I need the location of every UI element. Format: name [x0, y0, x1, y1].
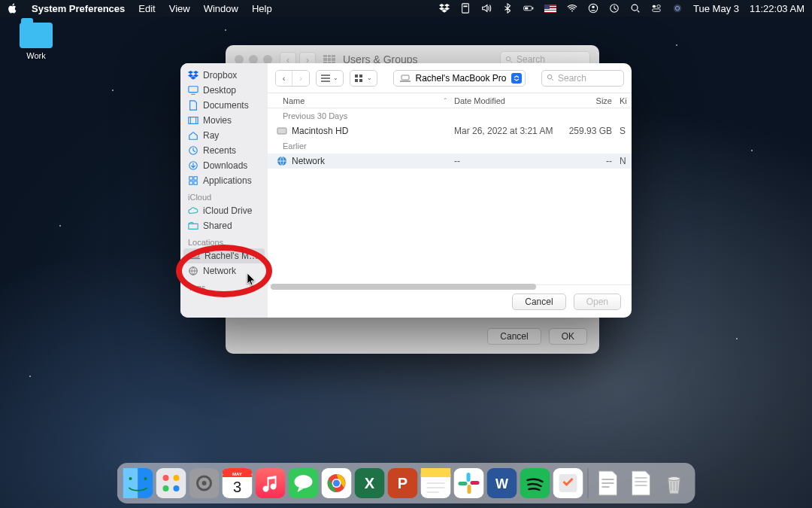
timemachine-menubar-icon[interactable] [609, 3, 620, 14]
user-menubar-icon[interactable] [588, 3, 598, 14]
sidebar-fav-dropbox[interactable]: Dropbox [180, 68, 268, 83]
dock-app-settings[interactable] [189, 468, 220, 498]
svg-text:P: P [398, 475, 408, 491]
svg-rect-23 [194, 181, 197, 184]
column-headers[interactable]: Name⌃ Date Modified Size Ki [268, 93, 632, 108]
sidebar-item-label: Rachel's M… [205, 251, 258, 261]
svg-rect-75 [602, 486, 610, 488]
menu-help[interactable]: Help [252, 3, 272, 14]
svg-rect-32 [277, 128, 286, 134]
volume-menubar-icon[interactable] [481, 3, 492, 14]
input-source-flag-icon[interactable] [544, 5, 556, 13]
globe-icon [188, 266, 198, 276]
svg-point-79 [668, 477, 680, 481]
dock-app-launchpad[interactable] [156, 468, 186, 498]
svg-point-7 [592, 6, 595, 9]
sidebar-item-label: Recents [203, 145, 236, 156]
picker-open-button[interactable]: Open [574, 294, 621, 310]
svg-rect-1 [463, 6, 467, 8]
file-picker-search[interactable]: Search [541, 70, 624, 87]
dock-app-finder[interactable] [123, 468, 153, 498]
dock-app-todoist[interactable] [553, 468, 583, 498]
file-size: -- [567, 156, 620, 166]
sidebar-fav-applications[interactable]: Applications [180, 173, 268, 188]
col-kind: Ki [620, 96, 632, 105]
svg-rect-64 [467, 473, 471, 482]
dropbox-icon [188, 70, 198, 81]
dock-app-trash[interactable] [659, 468, 689, 498]
file-name: Network [292, 156, 325, 166]
desktop-folder-work[interactable]: Work [14, 23, 59, 60]
dock-app-textedit[interactable] [626, 468, 656, 498]
dock-app-music[interactable] [256, 468, 286, 498]
dock-app-notes[interactable] [421, 468, 451, 498]
file-row[interactable]: Macintosh HDMar 26, 2022 at 3:21 AM259.9… [268, 123, 632, 138]
keychain-menubar-icon[interactable] [460, 3, 471, 14]
sidebar-loc-rachel-s-m-[interactable]: Rachel's M… [183, 248, 265, 263]
dock-app-slack[interactable] [454, 468, 484, 498]
dropbox-menubar-icon[interactable] [439, 3, 450, 14]
nav-forward-button[interactable]: › [292, 71, 309, 86]
dock-app-messages[interactable] [289, 468, 319, 498]
menu-edit[interactable]: Edit [138, 3, 155, 14]
app-name[interactable]: System Preferences [32, 3, 125, 14]
sidebar-icloud-shared[interactable]: Shared [180, 218, 268, 233]
horizontal-scrollbar[interactable] [271, 284, 579, 290]
shared-icon [188, 221, 198, 231]
dock-app-spotify[interactable] [520, 468, 550, 498]
menu-view[interactable]: View [169, 3, 190, 14]
file-group-header: Previous 30 Days [268, 108, 632, 123]
dock-app-calendar[interactable]: MAY3 [223, 468, 253, 498]
svg-rect-37 [156, 468, 186, 498]
syspref-ok-button[interactable]: OK [549, 328, 587, 345]
bluetooth-menubar-icon[interactable] [502, 3, 513, 14]
dock-app-excel[interactable]: X [355, 468, 385, 498]
svg-rect-74 [602, 482, 614, 484]
svg-rect-65 [459, 482, 468, 485]
view-list-button[interactable]: ⌄ [316, 70, 344, 87]
menubar-time[interactable]: 11:22:03 AM [750, 3, 804, 14]
sidebar-fav-documents[interactable]: Documents [180, 98, 268, 113]
sidebar-item-label: Network [203, 266, 236, 276]
sidebar-fav-recents[interactable]: Recents [180, 143, 268, 158]
sidebar-fav-ray[interactable]: Ray [180, 128, 268, 143]
wifi-menubar-icon[interactable] [567, 3, 577, 14]
location-popup[interactable]: Rachel's MacBook Pro [393, 70, 525, 87]
dock-app-pages-doc[interactable] [593, 468, 623, 498]
dock-app-powerpoint[interactable]: P [388, 468, 418, 498]
dock-app-word[interactable]: W [487, 468, 517, 498]
sidebar-fav-downloads[interactable]: Downloads [180, 158, 268, 173]
svg-rect-16 [189, 87, 198, 93]
sidebar-icloud-icloud-drive[interactable]: iCloud Drive [180, 203, 268, 218]
control-center-menubar-icon[interactable] [651, 3, 662, 14]
file-group-header: Earlier [268, 138, 632, 154]
svg-point-31 [547, 75, 552, 79]
spotlight-menubar-icon[interactable] [630, 3, 641, 14]
menu-window[interactable]: Window [204, 3, 238, 14]
file-size: 259.93 GB [567, 126, 620, 136]
sidebar-item-label: iCloud Drive [203, 205, 252, 216]
clock-icon [188, 145, 198, 156]
apple-menu-icon[interactable] [8, 3, 18, 14]
svg-point-9 [632, 5, 638, 11]
search-placeholder: Search [558, 73, 586, 84]
location-chevrons-icon [511, 73, 522, 84]
svg-point-52 [295, 475, 313, 488]
siri-menubar-icon[interactable] [672, 3, 683, 14]
dock: MAY3XPW [117, 463, 695, 503]
svg-rect-0 [462, 4, 469, 13]
view-grid-button[interactable]: ⌄ [350, 70, 377, 87]
sidebar-fav-desktop[interactable]: Desktop [180, 83, 268, 98]
nav-back-button[interactable]: ‹ [276, 71, 292, 86]
sidebar-fav-movies[interactable]: Movies [180, 113, 268, 128]
file-row[interactable]: Network----N [268, 154, 632, 169]
svg-rect-50 [256, 468, 286, 498]
mouse-cursor-icon [247, 273, 257, 290]
svg-rect-63 [454, 468, 484, 498]
syspref-cancel-button[interactable]: Cancel [487, 328, 541, 345]
folder-icon [20, 23, 53, 48]
picker-cancel-button[interactable]: Cancel [512, 294, 565, 310]
dock-app-chrome[interactable] [322, 468, 352, 498]
battery-menubar-icon[interactable] [523, 3, 534, 14]
menubar-date[interactable]: Tue May 3 [693, 3, 739, 14]
